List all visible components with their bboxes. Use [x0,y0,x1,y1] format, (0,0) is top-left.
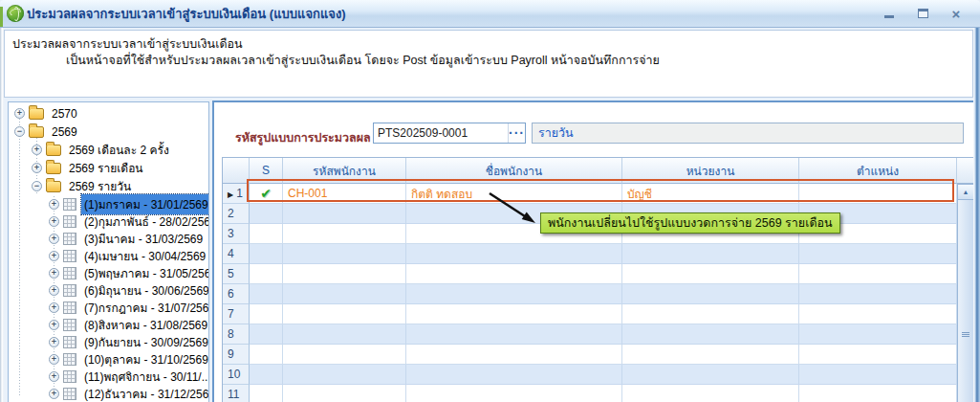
grid-cell[interactable] [406,324,622,345]
grid-cell[interactable] [250,244,283,264]
tree-item-period-09[interactable]: +(9)กันยายน - 30/09/2569 [9,333,208,350]
expand-icon[interactable]: + [49,251,59,261]
minimize-button[interactable] [877,5,902,22]
grid-header-status[interactable]: S [250,158,283,184]
grid-cell[interactable] [250,324,283,345]
tree-item-2569-semimonthly[interactable]: +2569 เดือนละ 2 ครั้ง [9,141,208,159]
maximize-button[interactable] [910,5,935,22]
grid-cell-status[interactable] [250,184,283,204]
expand-icon[interactable]: + [49,216,59,227]
grid-cell[interactable] [622,324,799,345]
grid-header-position[interactable]: ตำแหน่ง [799,158,957,184]
tree-item-period-11[interactable]: +(11)พฤศจิกายน - 30/11/... [9,368,208,385]
grid-cell[interactable] [622,304,799,324]
tree-item-period-05[interactable]: +(5)พฤษภาคม - 31/05/2569 [9,264,208,281]
grid-cell[interactable] [283,385,406,402]
grid-cell[interactable] [283,324,406,345]
grid-cell[interactable] [799,345,957,365]
tree-item-period-07[interactable]: +(7)กรกฎาคม - 31/07/2569 [9,299,208,316]
grid-cell[interactable] [406,365,622,385]
tree-item-period-10[interactable]: +(10)ตุลาคม - 31/10/2569 [9,350,208,368]
grid-header-code[interactable]: รหัสพนักงาน [283,158,406,184]
grid-header-name[interactable]: ชื่อพนักงาน [406,158,622,184]
grid-row-1[interactable]: 1 CH-001 กิตติ ทดสอบ บัญชี [223,184,957,204]
collapse-icon[interactable]: − [14,126,25,137]
grid-cell[interactable] [622,244,799,264]
expand-icon[interactable]: + [32,145,42,155]
grid-cell-code[interactable]: CH-001 [283,184,406,204]
grid-cell[interactable] [622,385,799,402]
grid-cell[interactable] [250,385,283,402]
grid-cell[interactable] [283,204,406,224]
grid-row-9[interactable]: 9 [223,345,957,365]
tree-item-2569-daily[interactable]: −2569 รายวัน [9,177,208,195]
grid-cell[interactable] [799,304,957,324]
grid-row-7[interactable]: 7 [223,304,957,324]
expand-icon[interactable]: + [32,163,42,173]
close-button[interactable]: × [944,5,969,22]
grid-cell[interactable] [799,264,957,284]
grid-row-11[interactable]: 11 [223,385,957,402]
tree-item-2570[interactable]: +2570 [9,104,208,123]
scroll-up-button[interactable] [957,184,973,200]
grid-cell[interactable] [250,345,283,365]
grid-cell[interactable] [250,204,283,224]
grid-cell[interactable] [406,345,622,365]
grid-cell[interactable] [250,224,283,244]
grid-cell[interactable] [799,365,957,385]
expand-icon[interactable]: + [49,268,59,279]
grid-cell[interactable] [622,264,799,284]
collapse-icon[interactable]: − [32,181,42,191]
grid-cell-position[interactable] [799,184,957,204]
expand-icon[interactable]: + [49,302,59,313]
grid-cell-unit[interactable]: บัญชี [622,184,799,204]
grid-cell-name[interactable]: กิตติ ทดสอบ [406,184,622,204]
grid-cell[interactable] [283,264,406,284]
scrollbar-thumb[interactable] [957,200,973,402]
tree-item-2569-monthly[interactable]: +2569 รายเดือน [9,159,208,177]
tree-item-period-12[interactable]: +(12)ธันวาคม - 31/12/2569 [9,385,208,402]
grid-cell[interactable] [283,345,406,365]
expand-icon[interactable]: + [49,337,59,347]
grid-cell[interactable] [283,284,406,304]
expand-icon[interactable]: + [14,108,25,119]
grid-cell[interactable] [799,244,957,264]
tree-item-period-06[interactable]: +(6)มิถุนายน - 30/06/2569 [9,281,208,299]
grid-cell[interactable] [406,385,622,402]
ellipsis-lookup-button[interactable] [508,123,525,143]
tree-item-period-04[interactable]: +(4)เมษายน - 30/04/2569 [9,247,208,264]
grid-row-8[interactable]: 8 [223,324,957,345]
tree-item-period-08[interactable]: +(8)สิงหาคม - 31/08/2569 [9,316,208,333]
expand-icon[interactable]: + [49,354,59,365]
grid-cell[interactable] [283,304,406,324]
expand-icon[interactable]: + [49,199,59,210]
grid-cell[interactable] [250,264,283,284]
grid-header-unit[interactable]: หน่วยงาน [622,158,799,184]
grid-cell[interactable] [406,284,622,304]
grid-cell[interactable] [622,345,799,365]
grid-cell[interactable] [799,284,957,304]
tree-item-period-01[interactable]: +(1)มกราคม - 31/01/2569 [9,195,208,212]
grid-cell[interactable] [283,244,406,264]
grid-cell[interactable] [799,385,957,402]
grid-cell[interactable] [250,365,283,385]
expand-icon[interactable]: + [49,389,59,399]
expand-icon[interactable]: + [49,285,59,296]
process-code-input[interactable] [374,123,508,143]
tree-item-period-03[interactable]: +(3)มีนาคม - 31/03/2569 [9,230,208,247]
grid-row-5[interactable]: 5 [223,264,957,284]
expand-icon[interactable]: + [49,371,59,382]
grid-cell[interactable] [283,365,406,385]
grid-cell[interactable] [799,324,957,345]
expand-icon[interactable]: + [49,234,59,244]
grid-cell[interactable] [406,264,622,284]
grid-row-4[interactable]: 4 [223,244,957,264]
vertical-scrollbar[interactable] [957,158,973,402]
grid-row-10[interactable]: 10 [223,365,957,385]
grid-row-6[interactable]: 6 [223,284,957,304]
expand-icon[interactable]: + [49,320,59,330]
grid-cell[interactable] [622,365,799,385]
grid-cell[interactable] [283,224,406,244]
grid-cell[interactable] [250,284,283,304]
grid-cell[interactable] [250,304,283,324]
